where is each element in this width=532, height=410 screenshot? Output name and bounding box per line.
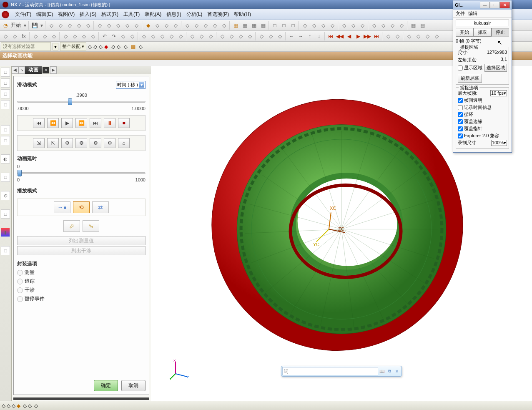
tool-icon[interactable]: ▦ — [258, 21, 268, 30]
gif-stop-button[interactable]: 停止 — [491, 28, 509, 37]
mode-btn[interactable]: ⬂ — [83, 220, 99, 232]
tool-btn[interactable]: ⇲ — [33, 138, 45, 148]
status-icon[interactable]: ◇ — [2, 403, 5, 409]
tool-icon[interactable]: ◇ — [95, 21, 104, 30]
record-time-checkbox[interactable] — [458, 105, 463, 110]
tool-icon[interactable]: ◇ — [162, 21, 171, 30]
tool-icon[interactable]: ◇ — [47, 21, 56, 30]
menu-tools[interactable]: 工具(T) — [121, 10, 142, 19]
tool-icon[interactable]: ◇ — [118, 32, 128, 41]
tool-btn[interactable]: ⚙ — [104, 138, 115, 148]
skip-last-button[interactable]: ⏭ — [90, 118, 101, 128]
tool-icon[interactable]: ◇ — [139, 44, 143, 50]
tool-icon[interactable]: ◇ — [183, 21, 192, 30]
tool-icon[interactable]: ◇ — [111, 44, 115, 50]
tool-icon[interactable]: ◇ — [388, 21, 397, 30]
save-icon[interactable]: 💾 — [30, 21, 39, 30]
tool-icon[interactable]: ◆ — [104, 44, 108, 50]
menu-info[interactable]: 信息(I) — [164, 10, 183, 19]
step-fwd-button[interactable]: ⏩ — [75, 118, 87, 128]
vtool-icon[interactable]: □ — [1, 68, 10, 77]
tool-icon[interactable]: ◇ — [167, 32, 176, 41]
tool-icon[interactable]: ◇ — [148, 32, 158, 41]
vtool-icon[interactable]: □ — [1, 246, 10, 255]
gif-name-input[interactable] — [456, 20, 509, 26]
vtool-icon[interactable]: □ — [1, 125, 10, 134]
loop-checkbox[interactable] — [458, 112, 463, 117]
tool-icon[interactable]: ◇ — [245, 32, 254, 41]
time-slider[interactable] — [17, 101, 146, 103]
play-button[interactable]: ▶ — [61, 118, 73, 128]
tool-icon[interactable]: ◇ — [201, 21, 210, 30]
tool-icon[interactable]: ◇ — [369, 21, 379, 30]
tool-icon[interactable]: ◇ — [83, 21, 93, 30]
dropdown-arrow-icon[interactable]: ▾ — [53, 43, 58, 50]
tool-icon[interactable]: ◆ — [143, 21, 153, 30]
start-dropdown[interactable]: ▾ — [23, 21, 28, 30]
tool-icon[interactable]: ◇ — [10, 32, 19, 41]
tool-icon[interactable]: ↷ — [109, 32, 118, 41]
tool-icon[interactable]: ◇ — [93, 44, 97, 50]
tool-icon[interactable]: ▦ — [231, 21, 240, 30]
max-fps-dropdown[interactable]: 10 fps▾ — [490, 90, 507, 96]
tool-icon[interactable]: ◇ — [176, 32, 185, 41]
next-icon[interactable]: ▶▶ — [363, 32, 372, 41]
tool-icon[interactable]: ◇ — [219, 21, 228, 30]
tool-icon[interactable]: ◇ — [339, 21, 349, 30]
panel-resize-handle[interactable] — [13, 397, 149, 400]
tool-icon[interactable]: ▦ — [240, 21, 249, 30]
play-loop-button[interactable]: ⟲ — [73, 201, 90, 213]
menu-format[interactable]: 格式(R) — [99, 10, 121, 19]
menu-file[interactable]: 文件(F) — [13, 10, 34, 19]
search-book-icon[interactable]: 📖 — [378, 367, 386, 375]
search-input[interactable] — [282, 367, 378, 375]
tool-icon[interactable]: ◇ — [113, 21, 123, 30]
tool-icon[interactable]: ◇ — [349, 21, 358, 30]
pause-button[interactable]: ⏸ — [104, 118, 115, 128]
gif-grab-button[interactable]: 抓取 — [474, 28, 492, 37]
tool-icon[interactable]: ◇ — [88, 32, 98, 41]
tool-icon[interactable]: ◇ — [79, 32, 88, 41]
vtool-icon[interactable]: ▮ — [1, 228, 10, 237]
status-icon[interactable]: ◇ — [7, 403, 10, 409]
tool-icon[interactable]: □ — [270, 21, 279, 30]
tool-icon[interactable]: ◇ — [309, 21, 319, 30]
status-icon[interactable]: ◇ — [28, 403, 32, 409]
tool-icon[interactable]: ◇ — [192, 21, 201, 30]
select-area-button[interactable]: 选择区域 — [484, 64, 507, 72]
vtool-icon[interactable]: □ — [1, 89, 10, 98]
gif-menu-edit[interactable]: 编辑 — [468, 10, 477, 17]
tool-icon[interactable]: ◇ — [266, 32, 275, 41]
tool-icon[interactable]: ◇ — [257, 32, 266, 41]
skip-last-icon[interactable]: ⏭ — [372, 32, 381, 41]
tool-icon[interactable]: ◇ — [227, 32, 236, 41]
menu-analysis[interactable]: 分析(L) — [184, 10, 205, 19]
tool-icon[interactable]: ◇ — [56, 21, 65, 30]
check-measure[interactable]: 测量 — [17, 269, 146, 276]
skip-first-button[interactable]: ⏮ — [33, 118, 45, 128]
status-icon[interactable]: ◆ — [17, 403, 20, 409]
tool-icon[interactable]: ▦ — [409, 21, 418, 30]
ok-button[interactable]: 确定 — [94, 380, 118, 391]
tool-icon[interactable]: ◇ — [275, 32, 284, 41]
tab-next-icon[interactable]: ▶ — [50, 66, 57, 74]
tab-prev-icon[interactable]: ◀ — [12, 66, 18, 74]
stop-button[interactable]: ■ — [118, 118, 130, 128]
tool-icon[interactable]: ↑ — [305, 32, 314, 41]
time-slider-thumb[interactable] — [68, 98, 72, 105]
status-icon[interactable]: ◇ — [23, 403, 27, 409]
tool-icon[interactable]: ◇ — [128, 32, 137, 41]
tool-icon[interactable]: ◇ — [65, 21, 74, 30]
tool-icon[interactable]: ◇ — [206, 32, 215, 41]
tool-icon[interactable]: ◇ — [31, 32, 40, 41]
gif-menu-file[interactable]: 文件 — [456, 10, 465, 17]
check-interference[interactable]: 干涉 — [17, 287, 146, 294]
assembly-scope-dropdown[interactable]: 整个装配 ▾ — [60, 42, 86, 51]
tool-icon[interactable]: ◇ — [88, 44, 92, 50]
no-filter-field[interactable]: 没有选择过滤器 — [1, 42, 51, 51]
tool-icon[interactable]: ◇ — [379, 21, 388, 30]
tool-icon[interactable]: ◇ — [158, 32, 167, 41]
cancel-button[interactable]: 取消 — [121, 380, 146, 391]
tool-icon[interactable]: ◇ — [171, 21, 180, 30]
menu-edit[interactable]: 编辑(E) — [34, 10, 55, 19]
